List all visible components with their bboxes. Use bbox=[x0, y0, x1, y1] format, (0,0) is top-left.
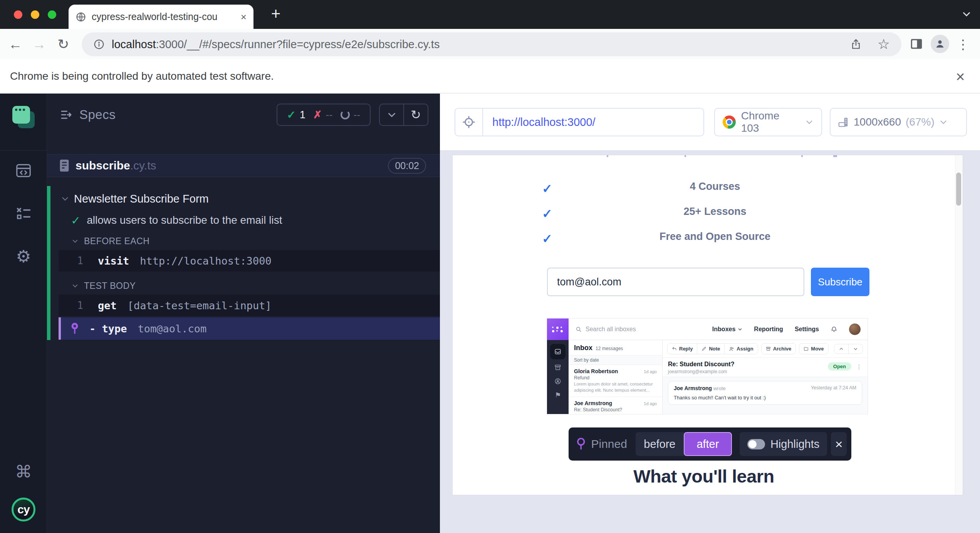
note-button: Note bbox=[697, 344, 724, 354]
reply-icon bbox=[672, 346, 677, 351]
highlights-toggle[interactable] bbox=[747, 439, 765, 449]
snapshot-after-button[interactable]: after bbox=[684, 432, 732, 456]
chevron-down-icon bbox=[738, 327, 742, 332]
inbox-count: 12 messages bbox=[596, 346, 623, 351]
feature-row: ✓ Free and Open Source bbox=[453, 231, 946, 246]
inbox-sidebar-archive-icon bbox=[554, 364, 561, 371]
aut-scrollbar-track[interactable] bbox=[955, 155, 963, 495]
bell-icon bbox=[831, 326, 837, 333]
snapshot-toggle-group: before after bbox=[636, 432, 732, 456]
cypress-reporter: Specs ✓ 1 ✗ -- -- ↻ bbox=[47, 94, 440, 533]
unpin-close-button[interactable]: × bbox=[831, 432, 847, 456]
inbox-app-screenshot: Search all inboxes Inboxes Reporting Set… bbox=[547, 318, 868, 414]
command-type-row-pinned[interactable]: - type tom@aol.com bbox=[59, 317, 440, 340]
cypress-side-nav: ⚙ ⌘ cy bbox=[0, 94, 47, 533]
clipped-content-fragment bbox=[607, 155, 608, 157]
inbox-avatar bbox=[849, 323, 861, 335]
side-panel-icon[interactable] bbox=[909, 37, 924, 51]
subscribe-button[interactable]: Subscribe bbox=[811, 268, 869, 296]
clipped-content-fragment bbox=[685, 155, 686, 157]
tab-strip-chevron-down-icon[interactable] bbox=[961, 8, 972, 20]
test-passed-check-icon: ✓ bbox=[71, 214, 81, 227]
message-from: Joe Armstrong bbox=[574, 400, 612, 406]
selector-playground-button[interactable] bbox=[455, 109, 483, 136]
aut-url-box: http://localhost:3000/ bbox=[455, 108, 704, 136]
url-host: localhost bbox=[112, 38, 156, 50]
back-button[interactable]: ← bbox=[6, 35, 25, 54]
viewport-select[interactable]: 1000x660 (67%) bbox=[830, 108, 967, 136]
command-get-row[interactable]: 1 get [data-test=email-input] bbox=[59, 295, 440, 316]
browser-menu-kebab-icon[interactable]: ⋮ bbox=[955, 35, 971, 54]
spec-duration-badge: 00:02 bbox=[388, 158, 426, 174]
address-bar-url[interactable]: localhost:3000/__/#/specs/runner?file=cy… bbox=[112, 38, 834, 51]
test-row[interactable]: ✓ allows users to subscribe to the email… bbox=[47, 212, 440, 228]
banner-close-icon[interactable]: × bbox=[951, 68, 969, 85]
window-minimize-button[interactable] bbox=[31, 10, 39, 19]
email-input[interactable] bbox=[547, 268, 804, 296]
before-each-hook-row[interactable]: BEFORE EACH bbox=[47, 234, 440, 248]
next-message-button bbox=[848, 344, 863, 354]
pencil-icon bbox=[701, 346, 706, 351]
share-icon[interactable] bbox=[850, 38, 862, 50]
hook-chevron-down-icon[interactable] bbox=[72, 282, 79, 289]
nav-settings-gear-icon[interactable]: ⚙ bbox=[0, 241, 47, 272]
inbox-nav-reporting: Reporting bbox=[754, 326, 783, 333]
status-badge-open: Open bbox=[828, 362, 851, 370]
cypress-logo-button[interactable]: cy bbox=[0, 494, 47, 525]
cypress-cy-logo: cy bbox=[12, 498, 35, 521]
hook-chevron-down-icon[interactable] bbox=[72, 238, 79, 245]
viewport-zoom-label: (67%) bbox=[906, 116, 935, 128]
aut-iframe: ✓ 4 Courses ✓ 25+ Lessons ✓ Free and Ope… bbox=[453, 155, 963, 495]
reload-button[interactable]: ↻ bbox=[54, 35, 72, 54]
chevron-down-icon bbox=[805, 118, 814, 126]
tab-title: cypress-realworld-testing-cou bbox=[92, 11, 239, 22]
feature-label: Free and Open Source bbox=[599, 231, 831, 243]
nav-runs-checklist-item[interactable] bbox=[0, 198, 47, 229]
aut-url[interactable]: http://localhost:3000/ bbox=[492, 116, 596, 129]
mail-message-card: Joe Armstrong wrote Yesterday at 7:24 AM… bbox=[668, 381, 862, 405]
viewport-size-label: 1000x660 bbox=[854, 116, 901, 128]
inbox-message-item: Gloria Robertson 1d ago Refund Lorem ips… bbox=[569, 365, 662, 397]
inbox-app-logo bbox=[547, 318, 569, 340]
pin-icon[interactable] bbox=[67, 322, 82, 335]
browser-tab[interactable]: cypress-realworld-testing-cou × bbox=[69, 5, 253, 29]
ruler-icon bbox=[837, 116, 849, 128]
pinned-command-bar bbox=[59, 317, 61, 340]
collapse-all-button[interactable] bbox=[380, 104, 403, 125]
tab-close-icon[interactable]: × bbox=[241, 12, 247, 22]
command-name: - type bbox=[89, 323, 127, 335]
forward-button[interactable]: → bbox=[30, 35, 49, 54]
bookmark-star-icon[interactable]: ☆ bbox=[878, 36, 890, 52]
nav-specs-item[interactable] bbox=[0, 155, 47, 186]
command-name: visit bbox=[98, 255, 129, 267]
window-zoom-button[interactable] bbox=[48, 10, 56, 19]
search-icon bbox=[576, 326, 582, 332]
inbox-nav-inboxes: Inboxes bbox=[712, 326, 742, 333]
new-tab-button[interactable]: + bbox=[266, 4, 286, 24]
assign-button: Assign bbox=[724, 344, 757, 354]
test-body-hook-row[interactable]: TEST BODY bbox=[47, 278, 440, 293]
command-number: 1 bbox=[68, 255, 83, 266]
command-visit-row[interactable]: 1 visit http://localhost:3000 bbox=[59, 250, 440, 272]
rerun-tests-button[interactable]: ↻ bbox=[403, 104, 428, 125]
reply-button: Reply bbox=[668, 344, 697, 354]
snapshot-before-button[interactable]: before bbox=[636, 432, 684, 456]
browser-select[interactable]: Chrome 103 bbox=[714, 108, 822, 136]
keyboard-shortcuts-icon[interactable]: ⌘ bbox=[0, 456, 47, 487]
address-bar[interactable]: localhost:3000/__/#/specs/runner?file=cy… bbox=[82, 32, 901, 56]
mail-sender: joearmstrong@example.com bbox=[668, 369, 734, 374]
suite-chevron-down-icon[interactable] bbox=[61, 194, 69, 203]
suite-row[interactable]: Newsletter Subscribe Form bbox=[47, 191, 440, 207]
tab-favicon-globe-icon bbox=[76, 12, 86, 22]
spec-file-row[interactable]: subscribe .cy.ts 00:02 bbox=[47, 154, 440, 177]
inbox-mail-toolbar: Reply Note Assign bbox=[663, 340, 868, 358]
window-close-button[interactable] bbox=[14, 10, 22, 19]
suite-title: Newsletter Subscribe Form bbox=[74, 193, 209, 205]
profile-avatar[interactable] bbox=[931, 35, 949, 53]
spec-file-ext: .cy.ts bbox=[130, 159, 156, 172]
mail-kebab-icon: ⋮ bbox=[856, 363, 862, 370]
inbox-mail-pane: Reply Note Assign bbox=[663, 340, 868, 414]
highlights-control[interactable]: Highlights bbox=[740, 432, 827, 456]
aut-scrollbar-thumb[interactable] bbox=[956, 173, 961, 206]
site-info-icon[interactable] bbox=[93, 39, 105, 50]
